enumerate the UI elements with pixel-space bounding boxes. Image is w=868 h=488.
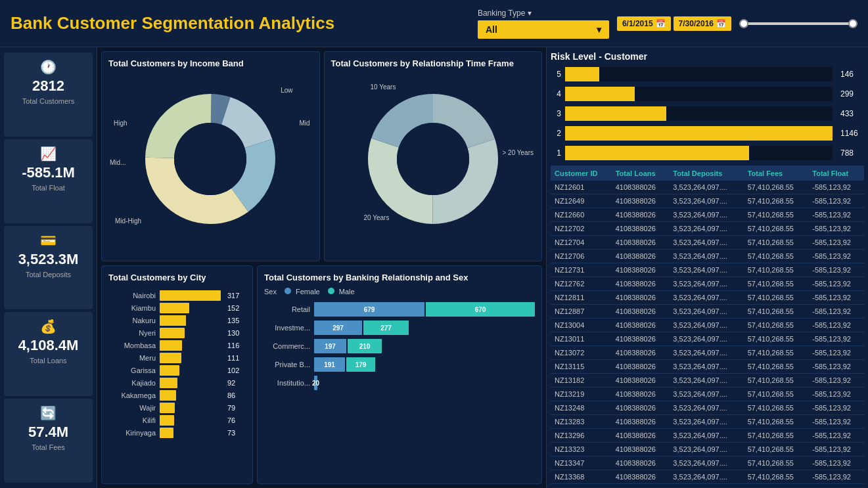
refresh-icon: 🔄 xyxy=(40,405,57,421)
risk-bar-fill xyxy=(565,106,666,121)
income-band-title: Total Customers by Income Band xyxy=(108,58,313,68)
income-band-chart: Total Customers by Income Band xyxy=(101,51,320,261)
center-panel: Total Customers by Income Band xyxy=(97,47,546,488)
city-bar-row: Kirinyaga 73 xyxy=(108,428,246,438)
kpi-customers-label: Total Customers xyxy=(22,97,74,105)
table-cell-2: 3,523,264,097.... xyxy=(669,277,743,291)
city-bar-track xyxy=(160,353,221,363)
table-cell-4: -585,123,92 xyxy=(808,181,864,194)
city-bar-value: 92 xyxy=(227,379,246,387)
table-cell-2: 3,523,264,097.... xyxy=(669,456,743,470)
city-bar-track xyxy=(160,365,221,376)
group-bar-row: Commerc... 197 210 xyxy=(264,339,535,353)
city-bar-track xyxy=(160,315,221,326)
group-bars: 197 210 xyxy=(314,339,382,353)
table-cell-3: 57,410,268.55 xyxy=(744,470,809,484)
table-cell-4: -585,123,92 xyxy=(808,374,864,388)
date-end-box[interactable]: 7/30/2016 📅 xyxy=(674,16,731,31)
card-icon: 💳 xyxy=(40,233,57,248)
risk-bar-row: 5 146 xyxy=(551,67,864,81)
city-name: Mombasa xyxy=(108,342,156,349)
banking-type-dropdown[interactable]: All ▾ xyxy=(478,20,609,39)
city-bar-value: 111 xyxy=(227,354,246,362)
risk-bar-outer xyxy=(565,87,833,101)
kpi-deposits-label: Total Deposits xyxy=(26,271,71,278)
table-cell-2: 3,523,264,097.... xyxy=(669,194,743,208)
city-bar-fill xyxy=(160,303,189,313)
table-cell-4: -585,123,92 xyxy=(808,319,864,332)
female-bar: 197 xyxy=(314,339,346,353)
table-cell-4: -585,123,92 xyxy=(808,208,864,222)
group-label: Retail xyxy=(264,305,310,313)
risk-level-label: 2 xyxy=(551,129,561,138)
table-cell-0: NZ13283 xyxy=(551,415,612,429)
city-bars-container: Nairobi 317 Kiambu 152 Nakuru 135 Nyeri … xyxy=(108,288,246,438)
risk-bar-outer xyxy=(565,67,833,81)
city-bar-row: Garissa 102 xyxy=(108,365,246,376)
relationship-time-chart: Total Customers by Relationship Time Fra… xyxy=(324,51,543,261)
city-chart-title: Total Customers by City xyxy=(108,273,246,282)
female-bar: 679 xyxy=(314,302,424,317)
table-cell-3: 57,410,268.55 xyxy=(744,388,809,401)
city-bar-value: 152 xyxy=(227,304,246,312)
city-bar-track xyxy=(160,390,221,401)
table-cell-3: 57,410,268.55 xyxy=(744,360,809,374)
city-bar-row: Kiambu 152 xyxy=(108,303,246,313)
risk-level-label: 3 xyxy=(551,109,561,118)
city-bar-value: 86 xyxy=(227,391,246,399)
city-chart: Total Customers by City Nairobi 317 Kiam… xyxy=(101,265,253,484)
table-cell-4: -585,123,92 xyxy=(808,470,864,484)
label-high: High xyxy=(114,120,127,127)
date-start-box[interactable]: 6/1/2015 📅 xyxy=(617,16,671,31)
table-cell-4: -585,123,92 xyxy=(808,456,864,470)
city-bar-fill xyxy=(160,365,179,376)
table-cell-0: NZ12731 xyxy=(551,263,612,277)
table-cell-4: -585,123,92 xyxy=(808,194,864,208)
slider-track xyxy=(739,22,857,25)
city-bar-fill xyxy=(160,353,181,363)
table-cell-2: 3,523,264,097.... xyxy=(669,250,743,263)
table-footer-row: 41083880263,523,264,09...57,410,268.55-5… xyxy=(551,484,864,485)
city-bar-fill xyxy=(160,428,173,438)
male-legend-item: Male xyxy=(328,288,355,296)
table-cell-4: -585,123,92 xyxy=(808,236,864,250)
table-cell-4: -585,123,92 xyxy=(808,415,864,429)
date-range-slider[interactable] xyxy=(739,22,857,25)
table-cell-4: -585,123,92 xyxy=(808,291,864,305)
table-cell-2: 3,523,264,097.... xyxy=(669,374,743,388)
table-cell-4: -585,123,92 xyxy=(808,250,864,263)
money-icon: 💰 xyxy=(40,319,57,334)
kpi-deposits-value: 3,523.3M xyxy=(18,251,79,268)
svg-point-6 xyxy=(174,123,246,195)
header-controls: Banking Type ▾ All ▾ 6/1/2015 📅 7/30/201… xyxy=(478,9,857,39)
table-cell-4: -585,123,92 xyxy=(808,401,864,415)
table-container[interactable]: Customer ID Total Loans Total Deposits T… xyxy=(551,166,864,484)
slider-thumb-left[interactable] xyxy=(739,19,748,28)
table-row: NZ1281141083880263,523,264,097....57,410… xyxy=(551,291,864,305)
table-cell-2: 3,523,264,097.... xyxy=(669,222,743,236)
city-bar-row: Nyeri 130 xyxy=(108,328,246,338)
city-bar-value: 102 xyxy=(227,366,246,374)
city-bar-fill xyxy=(160,340,182,351)
table-cell-2: 3,523,264,097.... xyxy=(669,415,743,429)
slider-thumb-right[interactable] xyxy=(848,19,857,28)
table-cell-1: 4108388026 xyxy=(612,194,670,208)
grouped-bar-container: Retail 679 670 Investme... 297 277 Comme… xyxy=(264,299,535,397)
table-row: NZ1300441083880263,523,264,097....57,410… xyxy=(551,319,864,332)
city-bar-row: Wajir 79 xyxy=(108,403,246,413)
table-cell-1: 4108388026 xyxy=(612,222,670,236)
city-bar-fill xyxy=(160,403,175,413)
table-cell-2: 3,523,264,097.... xyxy=(669,332,743,346)
risk-bars-container: 5 146 4 299 3 433 2 1146 1 xyxy=(551,67,864,160)
charts-bottom-row: Total Customers by City Nairobi 317 Kiam… xyxy=(101,265,542,484)
table-row: NZ1260141083880263,523,264,097....57,410… xyxy=(551,181,864,194)
table-cell-0: NZ13072 xyxy=(551,346,612,360)
table-row: NZ1273141083880263,523,264,097....57,410… xyxy=(551,263,864,277)
city-bar-fill xyxy=(160,290,221,301)
table-cell-0: NZ13248 xyxy=(551,401,612,415)
risk-bar-fill xyxy=(565,126,833,141)
risk-bar-value: 299 xyxy=(840,89,864,99)
table-cell-2: 3,523,264,097.... xyxy=(669,208,743,222)
table-cell-3: 57,410,268.55 xyxy=(744,181,809,194)
table-cell-1: 4108388026 xyxy=(612,374,670,388)
